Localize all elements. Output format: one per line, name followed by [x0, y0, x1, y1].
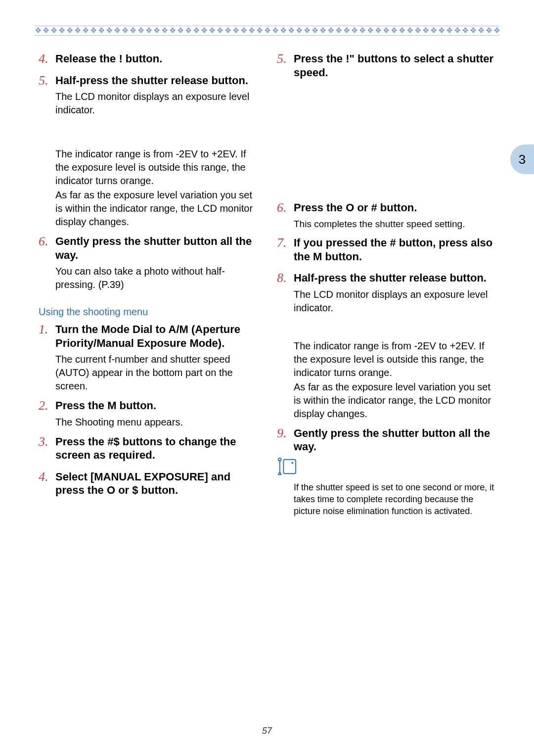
- menu-step-3: 3. Press the #$ buttons to change the sc…: [39, 435, 257, 462]
- step-4: 4. Release the ! button.: [39, 52, 257, 66]
- step-6r: 6. Press the O or # button.: [277, 201, 495, 215]
- step-title: Gently press the shutter button all the …: [55, 235, 257, 262]
- step-number: 5.: [39, 74, 50, 88]
- step-body: As far as the exposure level variation y…: [294, 380, 495, 421]
- svg-point-1: [292, 462, 294, 464]
- step-title: Press the M button.: [55, 399, 156, 413]
- step-number: 2.: [39, 399, 50, 413]
- step-number: 6.: [39, 235, 50, 262]
- page-number: 57: [0, 726, 534, 736]
- menu-step-1: 1. Turn the Mode Dial to A/M (Aperture P…: [39, 323, 257, 350]
- step-number: 5.: [277, 52, 289, 79]
- step-title: Gently press the shutter button all the …: [294, 426, 495, 454]
- step-body: You can also take a photo without half-p…: [55, 265, 257, 291]
- step-number: 7.: [277, 236, 289, 263]
- step-body: The LCD monitor displays an exposure lev…: [294, 288, 495, 315]
- content-columns: 4. Release the ! button. 5. Half-press t…: [39, 52, 495, 518]
- step-title: Press the #$ buttons to change the scree…: [55, 435, 257, 462]
- step-body: As far as the exposure level variation y…: [55, 189, 257, 229]
- step-title: Half-press the shutter release button.: [294, 271, 487, 285]
- step-5: 5. Half-press the shutter release button…: [39, 74, 257, 88]
- step-body: The Shooting menu appears.: [55, 416, 257, 429]
- step-number: 1.: [39, 323, 50, 350]
- subheading-shooting-menu: Using the shooting menu: [39, 306, 257, 318]
- section-tab: 3: [510, 144, 534, 174]
- step-title: If you pressed the # button, press also …: [294, 236, 495, 263]
- menu-step-4: 4. Select [MANUAL EXPOSURE] and press th…: [39, 470, 257, 497]
- menu-step-2: 2. Press the M button.: [39, 399, 257, 413]
- step-title: Release the ! button.: [55, 52, 162, 66]
- step-number: 4.: [39, 470, 50, 497]
- left-column: 4. Release the ! button. 5. Half-press t…: [39, 52, 257, 518]
- step-number: 6.: [277, 201, 289, 215]
- svg-rect-0: [283, 459, 296, 473]
- step-title: Turn the Mode Dial to A/M (Aperture Prio…: [55, 323, 257, 350]
- svg-point-2: [278, 458, 281, 461]
- right-column: 5. Press the !" buttons to select a shut…: [277, 52, 495, 518]
- step-body: This completes the shutter speed setting…: [294, 218, 495, 231]
- decorative-divider: ❖❖❖❖❖❖❖❖❖❖❖❖❖❖❖❖❖❖❖❖❖❖❖❖❖❖❖❖❖❖❖❖❖❖❖❖❖❖❖❖…: [35, 26, 499, 36]
- step-title: Press the !" buttons to select a shutter…: [294, 52, 495, 79]
- step-number: 9.: [277, 426, 289, 454]
- caution-icon: [277, 458, 495, 478]
- step-body: The current f-number and shutter speed (…: [55, 353, 257, 393]
- step-7r: 7. If you pressed the # button, press al…: [277, 236, 495, 263]
- step-number: 8.: [277, 271, 289, 285]
- step-6: 6. Gently press the shutter button all t…: [39, 235, 257, 262]
- step-number: 3.: [39, 435, 50, 462]
- step-body: The LCD monitor displays an exposure lev…: [55, 90, 257, 117]
- step-title: Select [MANUAL EXPOSURE] and press the O…: [55, 470, 257, 497]
- step-body: The indicator range is from -2EV to +2EV…: [294, 339, 495, 379]
- step-number: 4.: [39, 52, 50, 66]
- step-title: Press the O or # button.: [294, 201, 417, 215]
- step-9r: 9. Gently press the shutter button all t…: [277, 426, 495, 454]
- step-5r: 5. Press the !" buttons to select a shut…: [277, 52, 495, 79]
- step-8r: 8. Half-press the shutter release button…: [277, 271, 495, 285]
- step-body: The indicator range is from -2EV to +2EV…: [55, 147, 257, 188]
- step-title: Half-press the shutter release button.: [55, 74, 248, 88]
- note-text: If the shutter speed is set to one secon…: [294, 481, 495, 518]
